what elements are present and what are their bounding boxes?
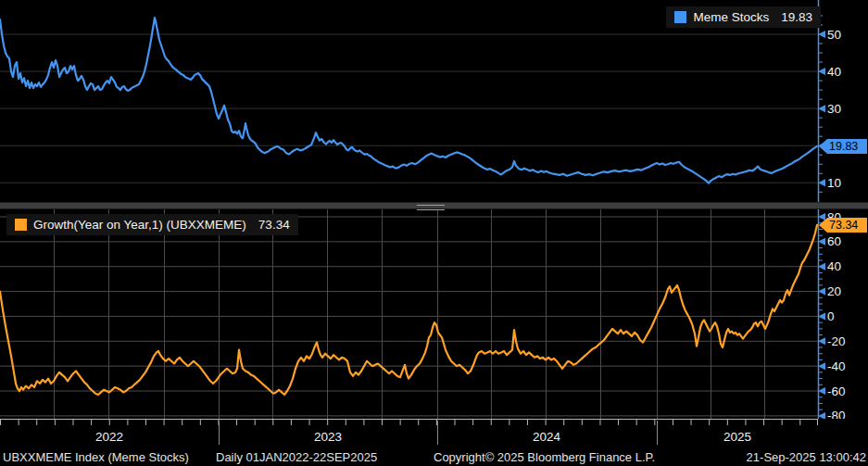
y-tick-label: -60 <box>827 384 846 398</box>
y-tick-label: -40 <box>827 359 846 373</box>
y-tick-label: 40 <box>827 259 841 273</box>
legend-meme-stocks[interactable]: Meme Stocks 19.83 <box>666 6 821 28</box>
y-tick-label: 50 <box>827 28 841 42</box>
y-tick-label: 10 <box>827 176 841 190</box>
series-line <box>0 225 817 395</box>
year-label: 2022 <box>95 430 123 444</box>
y-tick-label: 0 <box>827 309 835 323</box>
series-line <box>0 18 817 183</box>
bloomberg-chart-window: 504030201019.83 Meme Stocks 19.83 806040… <box>0 0 868 466</box>
legend-growth-value: 73.34 <box>258 218 290 232</box>
y-tick-label: 30 <box>827 102 841 116</box>
y-tick-label: -20 <box>827 334 846 348</box>
legend-meme-stocks-label: Meme Stocks <box>693 10 769 24</box>
value-tag-label: 73.34 <box>829 219 858 232</box>
security-description: UBXXMEME Index (Meme Stocks) <box>3 450 189 464</box>
blue-series-swatch-icon <box>674 11 686 23</box>
y-tick-label: 60 <box>827 234 841 248</box>
legend-growth-label: Growth(Year on Year,1) (UBXXMEME) <box>33 218 246 232</box>
divider-drag-handle-icon[interactable] <box>417 205 445 210</box>
top-price-panel: 504030201019.83 <box>0 0 868 202</box>
year-label: 2024 <box>533 430 561 444</box>
y-tick-label: 20 <box>827 284 841 298</box>
period-range: Daily 01JAN2022-22SEP2025 <box>216 450 377 464</box>
copyright-text: Copyright© 2025 Bloomberg Finance L.P. <box>434 450 655 464</box>
value-tag-label: 19.83 <box>829 140 858 153</box>
orange-series-swatch-icon <box>15 219 27 231</box>
panel-divider[interactable] <box>0 202 868 209</box>
bottom-growth-panel: 806040200-20-40-60-8073.34 <box>0 209 868 419</box>
legend-meme-stocks-value: 19.83 <box>781 10 812 24</box>
time-axis: 2022202320242025 <box>0 419 868 448</box>
legend-growth[interactable]: Growth(Year on Year,1) (UBXXMEME) 73.34 <box>6 214 298 235</box>
year-label: 2025 <box>723 430 751 444</box>
year-label: 2023 <box>314 430 342 444</box>
timestamp: 21-Sep-2025 13:00:42 <box>747 450 866 464</box>
status-bar: UBXXMEME Index (Meme Stocks) Daily 01JAN… <box>0 448 868 466</box>
y-tick-label: 40 <box>827 65 841 79</box>
y-tick-label: -80 <box>827 409 846 419</box>
